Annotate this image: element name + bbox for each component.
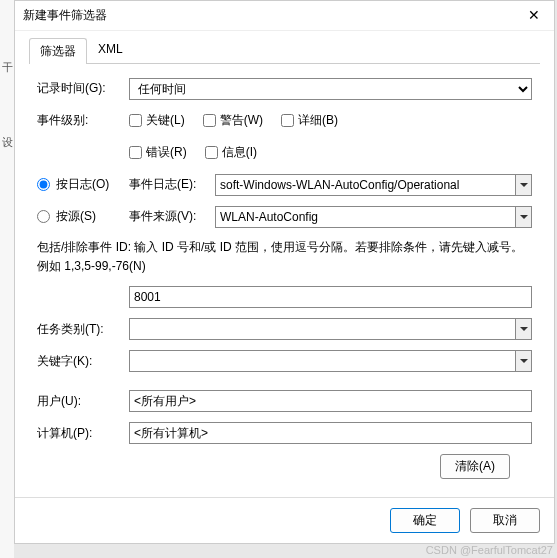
row-keywords: 关键字(K):	[37, 350, 532, 372]
computer-input[interactable]	[129, 422, 532, 444]
check-info[interactable]: 信息(I)	[205, 144, 257, 161]
label-task-category: 任务类别(T):	[37, 321, 129, 338]
row-level-1: 事件级别: 关键(L) 警告(W) 详细(B)	[37, 110, 532, 132]
label-user: 用户(U):	[37, 393, 129, 410]
select-log-time[interactable]: 任何时间	[129, 78, 532, 100]
checkbox-error[interactable]	[129, 146, 142, 159]
cancel-button[interactable]: 取消	[470, 508, 540, 533]
label-event-log: 事件日志(E):	[129, 176, 207, 193]
row-log-time: 记录时间(G): 任何时间	[37, 78, 532, 100]
user-input[interactable]	[129, 390, 532, 412]
check-warning[interactable]: 警告(W)	[203, 112, 263, 129]
close-icon[interactable]: ✕	[522, 7, 546, 23]
row-by-source: 按源(S) 事件来源(V): WLAN-AutoConfig	[37, 206, 532, 228]
checkbox-verbose[interactable]	[281, 114, 294, 127]
bg-char-1: 干	[2, 60, 14, 75]
event-source-value: WLAN-AutoConfig	[216, 210, 515, 224]
label-by-source: 按源(S)	[56, 208, 129, 225]
checkbox-warning[interactable]	[203, 114, 216, 127]
tab-filter[interactable]: 筛选器	[29, 38, 87, 64]
label-by-log: 按日志(O)	[56, 176, 129, 193]
clear-button[interactable]: 清除(A)	[440, 454, 510, 479]
dropdown-task-category[interactable]	[129, 318, 532, 340]
row-level-2: 错误(R) 信息(I)	[37, 142, 532, 164]
chevron-down-icon[interactable]	[515, 319, 531, 339]
event-id-input[interactable]	[129, 286, 532, 308]
checkbox-critical[interactable]	[129, 114, 142, 127]
event-id-help: 包括/排除事件 ID: 输入 ID 号和/或 ID 范围，使用逗号分隔。若要排除…	[37, 238, 532, 276]
label-computer: 计算机(P):	[37, 425, 129, 442]
ok-button[interactable]: 确定	[390, 508, 460, 533]
row-event-id	[37, 286, 532, 308]
titlebar: 新建事件筛选器 ✕	[15, 1, 554, 31]
dropdown-event-log[interactable]: soft-Windows-WLAN-AutoConfig/Operational	[215, 174, 532, 196]
chevron-down-icon[interactable]	[515, 175, 531, 195]
label-keywords: 关键字(K):	[37, 353, 129, 370]
dialog-window: 新建事件筛选器 ✕ 筛选器 XML 记录时间(G): 任何时间 事件级别: 关键…	[14, 0, 555, 544]
label-level: 事件级别:	[37, 112, 129, 129]
tab-strip: 筛选器 XML	[15, 31, 554, 63]
watermark: CSDN @FearfulTomcat27	[426, 544, 553, 556]
bg-char-2: 设	[2, 135, 14, 150]
check-critical[interactable]: 关键(L)	[129, 112, 185, 129]
check-error[interactable]: 错误(R)	[129, 144, 187, 161]
row-by-log: 按日志(O) 事件日志(E): soft-Windows-WLAN-AutoCo…	[37, 174, 532, 196]
dialog-footer: 确定 取消	[15, 497, 554, 543]
dropdown-keywords[interactable]	[129, 350, 532, 372]
tab-xml[interactable]: XML	[87, 37, 134, 63]
check-verbose[interactable]: 详细(B)	[281, 112, 338, 129]
radio-by-source[interactable]	[37, 210, 50, 223]
background-strip: 干 设	[0, 0, 14, 558]
row-task-category: 任务类别(T):	[37, 318, 532, 340]
dropdown-event-source[interactable]: WLAN-AutoConfig	[215, 206, 532, 228]
event-log-value: soft-Windows-WLAN-AutoConfig/Operational	[216, 178, 515, 192]
label-log-time: 记录时间(G):	[37, 80, 129, 97]
tab-content: 记录时间(G): 任何时间 事件级别: 关键(L) 警告(W) 详细(B) 错误…	[15, 64, 554, 497]
row-computer: 计算机(P):	[37, 422, 532, 444]
radio-by-log[interactable]	[37, 178, 50, 191]
checkbox-info[interactable]	[205, 146, 218, 159]
row-user: 用户(U):	[37, 390, 532, 412]
chevron-down-icon[interactable]	[515, 351, 531, 371]
chevron-down-icon[interactable]	[515, 207, 531, 227]
window-title: 新建事件筛选器	[23, 7, 522, 24]
label-event-source: 事件来源(V):	[129, 208, 207, 225]
